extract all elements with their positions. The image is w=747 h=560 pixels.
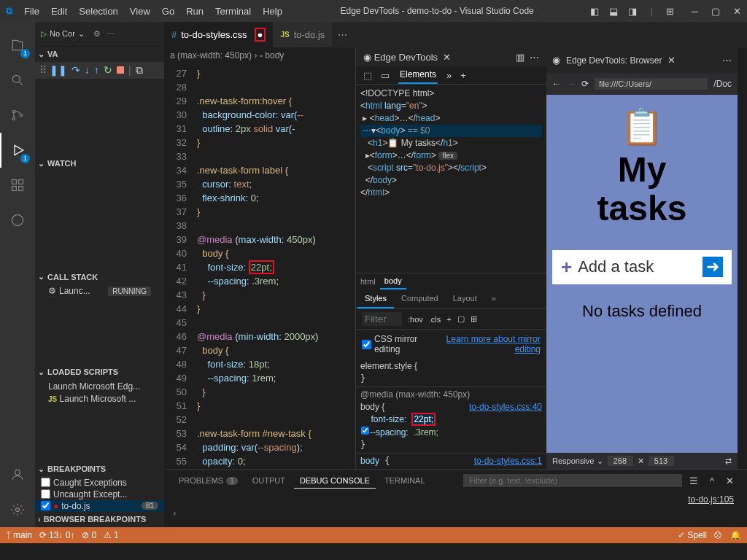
prop-checkbox[interactable] xyxy=(361,427,368,434)
terminal-tab[interactable]: TERMINAL xyxy=(379,473,431,488)
browser-breakpoints-header[interactable]: ›BROWSER BREAKPOINTS xyxy=(35,512,164,527)
close-icon[interactable]: ✕ xyxy=(733,6,741,17)
body-node-tab[interactable]: body xyxy=(380,273,406,289)
output-tab[interactable]: OUTPUT xyxy=(247,473,291,488)
branch-status[interactable]: ᛘ main xyxy=(6,530,32,540)
problems-status[interactable]: ⊘ 0 ⚠ 1 xyxy=(82,530,118,540)
toggle-panel-left-icon[interactable]: ◧ xyxy=(586,3,603,20)
code-editor[interactable]: a (max-width: 450px) › ▫ body 2728293031… xyxy=(164,47,355,469)
split-editor-icon[interactable]: ▥ xyxy=(516,52,525,63)
tab-css[interactable]: #to-do-styles.css ● xyxy=(164,22,273,47)
menu-go[interactable]: Go xyxy=(156,3,180,20)
css-source-link[interactable]: to-do-styles.css:1 xyxy=(474,455,542,467)
sync-status[interactable]: ⟳ 13↓ 0↑ xyxy=(39,530,74,540)
tab-js[interactable]: JSto-do.js xyxy=(273,22,332,47)
browser-viewport[interactable]: 📋 Mytasks + Add a task ➜ No tasks define… xyxy=(546,95,738,453)
close-tab-icon[interactable]: ✕ xyxy=(667,55,676,66)
close-panel-icon[interactable]: ✕ xyxy=(721,475,738,486)
variables-header[interactable]: ⌄VA xyxy=(35,47,164,62)
responsive-dropdown[interactable]: Responsive ⌄ xyxy=(552,456,603,466)
run-config[interactable]: ▷ No Cor ⌄ ⚙ ⋯ xyxy=(35,29,120,39)
search-icon[interactable] xyxy=(0,63,35,98)
settings-icon[interactable] xyxy=(0,492,35,527)
checkbox[interactable] xyxy=(41,478,50,487)
html-node-tab[interactable]: html xyxy=(356,273,380,289)
checkbox[interactable] xyxy=(41,489,50,499)
minimize-icon[interactable]: ─ xyxy=(692,6,698,17)
explorer-icon[interactable]: 1 xyxy=(0,28,35,63)
spell-status[interactable]: ✓ Spell xyxy=(678,530,707,540)
more-icon[interactable]: ⋯ xyxy=(107,29,115,39)
watch-header[interactable]: ⌄WATCH xyxy=(35,156,164,171)
maximize-panel-icon[interactable]: ^ xyxy=(705,475,719,486)
accounts-icon[interactable] xyxy=(0,457,35,492)
restart-icon[interactable]: ↻ xyxy=(104,64,112,76)
menu-selection[interactable]: Selection xyxy=(73,3,123,20)
computed-tab[interactable]: Computed xyxy=(394,289,446,308)
breadcrumb[interactable]: a (max-width: 450px) › ▫ body xyxy=(164,47,355,63)
call-stack-header[interactable]: ⌄CALL STACK xyxy=(35,269,164,284)
problems-tab[interactable]: PROBLEMS1 xyxy=(173,473,244,488)
overflow-icon[interactable]: » xyxy=(446,70,452,81)
filter-icon[interactable]: ☰ xyxy=(685,475,703,486)
breakpoint-item[interactable]: ●to-do.js81 xyxy=(35,500,164,512)
call-stack-item[interactable]: ⚙ Launc... RUNNING xyxy=(35,284,164,298)
rotate-icon[interactable]: ⇄ xyxy=(725,456,732,466)
menu-file[interactable]: File xyxy=(18,3,45,20)
breakpoint-item[interactable]: Uncaught Except... xyxy=(35,489,164,500)
pause-icon[interactable]: ❚❚ xyxy=(50,64,67,76)
inspect-icon[interactable]: ⬚ xyxy=(363,70,372,81)
more-icon[interactable]: ⋯ xyxy=(722,55,732,66)
url-input[interactable] xyxy=(595,78,708,90)
step-out-icon[interactable]: ↑ xyxy=(94,64,99,76)
menu-view[interactable]: View xyxy=(124,3,156,20)
menu-edit[interactable]: Edit xyxy=(45,3,73,20)
element-style-rule[interactable]: element.style {} xyxy=(356,359,546,386)
checkbox[interactable] xyxy=(41,501,50,510)
more-icon[interactable]: ⋯ xyxy=(530,52,539,63)
media-rule[interactable]: @media (max-width: 450px) body {to-do-st… xyxy=(356,386,546,453)
add-task-input[interactable]: + Add a task ➜ xyxy=(552,250,732,284)
loaded-scripts-header[interactable]: ⌄LOADED SCRIPTS xyxy=(35,365,164,380)
forward-icon[interactable]: → xyxy=(567,79,576,89)
loaded-script-item[interactable]: JS Launch Microsoft ... xyxy=(35,392,164,405)
device-icon[interactable]: ▭ xyxy=(381,70,390,81)
source-control-icon[interactable] xyxy=(0,98,35,133)
breakpoints-header[interactable]: ⌄BREAKPOINTS xyxy=(35,462,164,477)
run-debug-icon[interactable]: 1 xyxy=(0,133,35,168)
edge-tools-icon[interactable] xyxy=(0,203,35,238)
toggle-panel-right-icon[interactable]: ◨ xyxy=(624,3,641,20)
screencast-icon[interactable]: ⧉ xyxy=(136,64,143,77)
overflow-icon[interactable]: » xyxy=(484,289,503,308)
stop-icon[interactable] xyxy=(117,66,124,74)
live-share-icon[interactable]: ⛒ xyxy=(714,530,723,540)
css-source-link[interactable]: to-do-styles.css:40 xyxy=(469,401,542,413)
styles-filter-input[interactable] xyxy=(362,312,402,326)
menu-run[interactable]: Run xyxy=(180,3,209,20)
browser-tab[interactable]: ◉ Edge DevTools: Browser ✕ ⋯ xyxy=(546,47,738,73)
customize-layout-icon[interactable]: ⊞ xyxy=(662,3,678,20)
console-filter-input[interactable] xyxy=(463,474,682,487)
debug-console-tab[interactable]: DEBUG CONSOLE xyxy=(294,473,376,489)
gear-icon[interactable]: ⚙ xyxy=(93,29,101,39)
maximize-icon[interactable]: ▢ xyxy=(711,6,720,17)
step-over-icon[interactable]: ↷ xyxy=(71,64,80,76)
more-styles-icon[interactable]: ⊞ xyxy=(471,314,477,324)
height-input[interactable] xyxy=(649,456,674,466)
code-content[interactable]: } .new-task-form:hover { background-colo… xyxy=(197,47,318,469)
menu-terminal[interactable]: Terminal xyxy=(209,3,257,20)
tab-overflow-icon[interactable]: ⋯ xyxy=(332,29,353,40)
hov-toggle[interactable]: :hov xyxy=(408,315,423,324)
reload-icon[interactable]: ⟳ xyxy=(581,79,589,89)
chevron-down-icon[interactable]: ⌄ xyxy=(78,29,85,39)
add-tab-icon[interactable]: + xyxy=(460,70,466,81)
back-icon[interactable]: ← xyxy=(552,79,561,89)
close-tab-icon[interactable]: ✕ xyxy=(443,52,451,63)
dom-tree[interactable]: <!DOCTYPE html> <html lang="en"> ▸ <head… xyxy=(356,85,546,202)
styles-tab[interactable]: Styles xyxy=(357,289,394,308)
extensions-icon[interactable] xyxy=(0,168,35,203)
toggle-panel-bottom-icon[interactable]: ⬓ xyxy=(605,3,622,20)
cls-toggle[interactable]: .cls xyxy=(429,315,441,324)
add-rule-icon[interactable]: + xyxy=(446,315,451,324)
box-model-icon[interactable]: ▢ xyxy=(457,314,465,324)
